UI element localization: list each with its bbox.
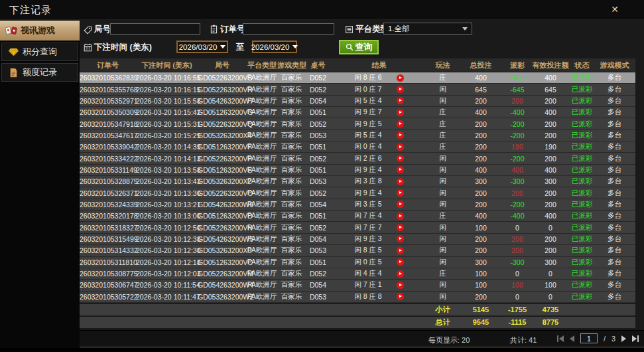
table-row[interactable]: 260320105320178 2026-03-20 10:13:00 GD05… bbox=[80, 211, 635, 222]
table-row[interactable]: 260320105331149 2026-03-20 10:13:58 GD05… bbox=[80, 165, 635, 176]
cell-order-number: 260320105355768 bbox=[80, 86, 136, 94]
chevron-down-icon bbox=[292, 45, 298, 48]
bet-records-table: 订单号下注时间 (美东)局号平台类型游戏类型桌号结果玩法总投注派彩有效投注额状态… bbox=[80, 58, 635, 328]
cell-platform: PA欧洲厅 bbox=[247, 223, 277, 232]
cell-platform: PA欧洲厅 bbox=[247, 96, 277, 106]
cell-round-number: GD052263200VP bbox=[198, 155, 247, 163]
cell-bet-time: 2026-03-20 10:13:00 bbox=[136, 212, 198, 220]
table-row[interactable]: 260320105347617 2026-03-20 10:15:29 GD05… bbox=[80, 130, 635, 141]
cell-total-bet: 200 bbox=[458, 201, 504, 209]
play-result-icon[interactable] bbox=[397, 86, 404, 93]
play-result-icon[interactable] bbox=[397, 224, 404, 231]
table-row[interactable]: 260320105362839 2026-03-20 10:16:55 GD05… bbox=[80, 72, 635, 84]
page-number-input[interactable] bbox=[580, 333, 598, 343]
cell-game-mode: 多台 bbox=[594, 234, 635, 244]
table-row[interactable]: 260320105347918 2026-03-20 10:15:31 GD05… bbox=[80, 118, 635, 130]
close-icon[interactable]: ✕ bbox=[611, 4, 619, 15]
play-result-icon[interactable] bbox=[397, 132, 404, 139]
table-row[interactable]: 260320105350309 2026-03-20 10:15:42 GD05… bbox=[80, 107, 635, 118]
cell-valid-bet: 200 bbox=[531, 201, 570, 209]
table-row[interactable]: 260320105352971 2026-03-20 10:15:58 GD05… bbox=[80, 96, 635, 107]
play-result-icon[interactable] bbox=[397, 189, 404, 197]
cell-game-type: 百家乐 bbox=[277, 85, 306, 94]
cell-order-number: 260320105328875 bbox=[80, 177, 136, 185]
table-row[interactable]: 260320105355768 2026-03-20 10:16:15 GD05… bbox=[80, 84, 635, 95]
table-row[interactable]: 260320105318327 2026-03-20 10:12:50 GD05… bbox=[80, 222, 635, 233]
column-header: 下注时间 (美东) bbox=[136, 60, 198, 70]
play-result-icon[interactable] bbox=[397, 178, 404, 185]
round-number-input[interactable] bbox=[110, 23, 200, 35]
play-result-icon[interactable] bbox=[397, 258, 404, 266]
cell-game-mode: 多台 bbox=[594, 211, 635, 220]
cell-payout: 100 bbox=[504, 281, 531, 289]
last-page-button[interactable] bbox=[632, 334, 639, 343]
cell-bet-type: 闲 bbox=[428, 177, 458, 186]
next-page-button[interactable] bbox=[621, 334, 626, 343]
result-text: 闲 7 庄 1 bbox=[354, 280, 381, 290]
cell-round-number: GD051263200VC bbox=[198, 258, 247, 266]
cell-platform: PA欧洲厅 bbox=[247, 280, 277, 290]
play-result-icon[interactable] bbox=[397, 143, 404, 151]
prev-page-button[interactable] bbox=[570, 334, 574, 343]
cell-table-number: D054 bbox=[306, 97, 330, 105]
play-result-icon[interactable] bbox=[397, 166, 404, 173]
play-result-icon[interactable] bbox=[397, 201, 404, 208]
table-row[interactable]: 260320105326371 2026-03-20 10:13:30 GD05… bbox=[80, 187, 635, 199]
cell-platform: PA欧洲厅 bbox=[247, 269, 277, 278]
cell-valid-bet: 400 bbox=[531, 212, 570, 220]
result-text: 闲 9 庄 3 bbox=[354, 234, 381, 244]
cell-game-type: 百家乐 bbox=[277, 280, 306, 290]
play-result-icon[interactable] bbox=[397, 120, 404, 128]
cell-valid-bet: 400 bbox=[531, 166, 570, 174]
table-row[interactable]: 260320105311810 2026-03-20 10:12:18 GD05… bbox=[80, 257, 635, 268]
cell-valid-bet: 200 bbox=[531, 189, 570, 197]
play-result-icon[interactable] bbox=[397, 74, 404, 82]
cell-game-mode: 多台 bbox=[594, 189, 635, 198]
cell-total-bet: 200 bbox=[458, 97, 504, 105]
cell-round-number: GD053263200WZ bbox=[198, 293, 247, 301]
bet-time-label: 下注时间 (美东) bbox=[94, 42, 152, 53]
date-from-picker[interactable]: 2026/03/20 bbox=[176, 41, 228, 53]
table-row[interactable]: 260320105306747 2026-03-20 10:11:54 GD05… bbox=[80, 280, 635, 291]
cell-game-type: 百家乐 bbox=[277, 211, 306, 220]
play-result-icon[interactable] bbox=[397, 282, 404, 289]
table-row[interactable]: 260320105308775 2026-03-20 10:12:03 GD05… bbox=[80, 268, 635, 280]
cell-result: 闲 8 庄 5 bbox=[330, 246, 428, 255]
sidebar-item-points-query[interactable]: 积分查询 bbox=[1, 43, 78, 61]
cell-order-number: 260320105347617 bbox=[80, 132, 136, 139]
total-row: 总计 9545 -1115 8775 bbox=[80, 315, 635, 328]
table-row[interactable]: 260320105324339 2026-03-20 10:13:21 GD05… bbox=[80, 199, 635, 211]
cell-table-number: D052 bbox=[306, 224, 330, 232]
platform-type-select[interactable]: 1.全部 bbox=[383, 23, 472, 35]
sidebar-item-quota-records[interactable]: 额度记录 bbox=[1, 63, 78, 82]
table-row[interactable]: 260320105339042 2026-03-20 10:14:39 GD05… bbox=[80, 141, 635, 153]
play-result-icon[interactable] bbox=[397, 213, 404, 220]
cell-payout: 200 bbox=[504, 235, 531, 243]
cell-platform: PA欧洲厅 bbox=[247, 189, 277, 198]
date-to-picker[interactable]: 2026/03/20 bbox=[252, 41, 297, 53]
first-page-button[interactable] bbox=[557, 334, 564, 343]
sidebar-item-video-games[interactable]: 视讯游戏 bbox=[0, 21, 80, 41]
play-result-icon[interactable] bbox=[397, 97, 404, 104]
play-result-icon[interactable] bbox=[397, 293, 404, 300]
cell-game-mode: 多台 bbox=[594, 258, 635, 267]
table-row[interactable]: 260320105334222 2026-03-20 10:14:13 GD05… bbox=[80, 153, 635, 164]
table-row[interactable]: 260320105315499 2026-03-20 10:12:38 GD05… bbox=[80, 234, 635, 245]
table-row[interactable]: 260320105305722 2026-03-20 10:11:47 GD05… bbox=[80, 292, 635, 303]
search-button[interactable]: 查询 bbox=[339, 40, 379, 54]
cell-round-number: GD054263200W5 bbox=[198, 235, 247, 243]
play-result-icon[interactable] bbox=[397, 109, 404, 116]
table-body: 260320105362839 2026-03-20 10:16:55 GD05… bbox=[80, 72, 635, 303]
cell-game-mode: 多台 bbox=[594, 200, 635, 209]
table-row[interactable]: 260320105314332 2026-03-20 10:12:30 GD05… bbox=[80, 245, 635, 256]
table-row[interactable]: 260320105328875 2026-03-20 10:13:43 GD05… bbox=[80, 176, 635, 187]
play-result-icon[interactable] bbox=[397, 270, 404, 278]
order-number-input[interactable] bbox=[243, 23, 334, 35]
play-result-icon[interactable] bbox=[397, 247, 404, 254]
play-result-icon[interactable] bbox=[397, 155, 404, 162]
cell-table-number: D051 bbox=[306, 258, 330, 266]
cell-game-mode: 多台 bbox=[594, 280, 635, 290]
play-result-icon[interactable] bbox=[397, 235, 404, 242]
total-label: 总计 bbox=[428, 317, 458, 327]
cell-platform: PA欧洲厅 bbox=[247, 211, 277, 220]
